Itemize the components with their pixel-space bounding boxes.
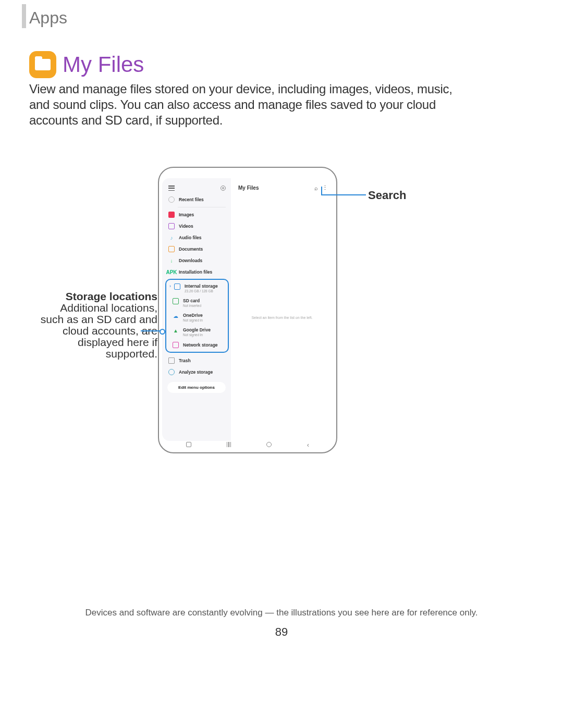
section-header-label: Apps [29,8,67,28]
videos-icon [168,223,175,229]
clock-icon [168,196,175,203]
sidebar-item-videos[interactable]: Videos [162,220,231,232]
storage-network[interactable]: Network storage [166,339,228,351]
storage-gdrive[interactable]: ▲ Google Drive Not signed in [166,325,228,339]
nav-back-icon[interactable]: ‹ [307,441,309,449]
sidebar-item-audio[interactable]: ♪ Audio files [162,232,231,243]
settings-icon[interactable] [221,186,226,191]
sidebar-item-images[interactable]: Images [162,209,231,220]
edit-menu-button[interactable]: Edit menu options [167,382,226,393]
storage-label: Google Drive [183,327,211,332]
network-storage-icon [173,342,179,348]
main-title: My Files [238,185,259,191]
page-title: My Files [63,52,144,77]
sidebar-label: Audio files [179,235,201,240]
callout-storage-line [141,330,163,331]
documents-icon [168,246,175,252]
storage-label: Network storage [183,342,218,348]
device-nav-bar: ‹ [168,440,327,449]
sidebar-label: Installation files [179,269,212,275]
callout-storage-head: Storage locations [38,291,157,302]
folder-icon [35,59,51,70]
sidebar-label: Images [179,212,194,217]
sidebar-label: Analyze storage [179,369,213,375]
sidebar-label: Documents [179,246,203,252]
sidebar-label: Videos [179,224,193,229]
sidebar-item-recent[interactable]: Recent files [162,194,231,205]
sidebar-item-downloads[interactable]: ↓ Downloads [162,255,231,266]
onedrive-icon: ☁ [173,313,179,319]
storage-internal[interactable]: › Internal storage 23.26 GB / 128 GB [166,281,228,295]
sidebar-label: Recent files [179,197,204,202]
storage-sub: Not signed in [183,318,203,322]
storage-locations-box: › Internal storage 23.26 GB / 128 GB SD … [165,279,229,353]
chevron-right-icon: › [169,283,171,289]
storage-sd[interactable]: SD card Not inserted [166,295,228,310]
sidebar: Recent files Images Videos ♪ Audio files… [162,178,231,441]
sidebar-top-bar [162,183,231,194]
images-icon [168,212,175,218]
storage-sub: Not inserted [183,304,201,307]
trash-icon [168,357,175,364]
divider [178,207,226,207]
apk-icon: APK [168,269,175,275]
sd-card-icon [173,298,179,304]
storage-sub: 23.26 GB / 128 GB [185,289,218,293]
storage-label: Internal storage [185,283,218,289]
callout-storage-body: Additional locations, such as an SD card… [38,302,157,360]
device-screen: Recent files Images Videos ♪ Audio files… [162,178,333,441]
device-frame: Recent files Images Videos ♪ Audio files… [158,167,337,453]
main-panel: My Files ⌕ ⋮ Select an item from the lis… [231,178,333,441]
sidebar-item-installation[interactable]: APK Installation files [162,266,231,278]
analyze-icon [168,369,175,375]
nav-home-icon[interactable] [266,442,272,447]
google-drive-icon: ▲ [173,327,179,334]
phone-icon [174,283,180,290]
downloads-icon: ↓ [168,257,175,264]
empty-state-text: Select an item from the list on the left… [231,194,333,441]
sidebar-label: Trash [179,358,191,363]
storage-onedrive[interactable]: ☁ OneDrive Not signed in [166,310,228,325]
storage-sub: Not signed in [183,333,211,337]
page-description: View and manage files stored on your dev… [29,81,467,128]
my-files-app-icon [29,51,56,78]
sidebar-item-analyze[interactable]: Analyze storage [162,366,231,378]
audio-icon: ♪ [168,235,175,241]
section-header: Apps [22,7,67,28]
sidebar-item-documents[interactable]: Documents [162,243,231,255]
sidebar-item-trash[interactable]: Trash [162,355,231,366]
callout-search-label: Search [368,189,406,202]
nav-recents-alt-icon[interactable] [227,442,231,447]
search-icon[interactable]: ⌕ [314,185,318,191]
page-heading: My Files [29,51,144,78]
storage-label: SD card [183,298,201,303]
menu-icon[interactable] [168,186,175,191]
storage-label: OneDrive [183,313,203,318]
main-top-bar: My Files ⌕ ⋮ [231,183,333,194]
page-number: 89 [0,625,563,639]
nav-recents-icon[interactable] [186,442,191,447]
sidebar-label: Downloads [179,258,202,263]
section-header-bar [22,4,26,28]
callout-line [321,187,366,195]
footer-note: Devices and software are constantly evol… [0,608,563,618]
callout-storage: Storage locations Additional locations, … [38,291,157,360]
